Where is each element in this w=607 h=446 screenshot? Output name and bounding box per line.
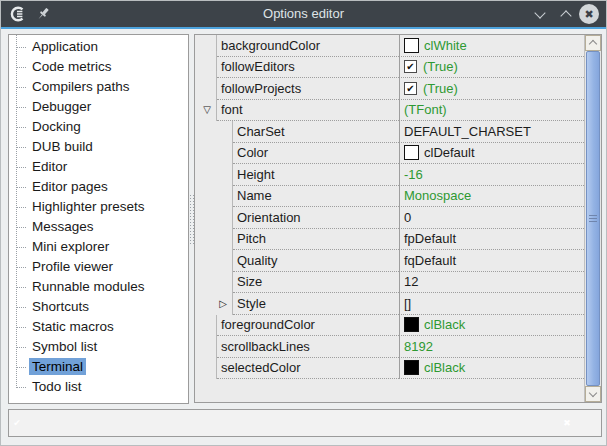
chevron-down-icon xyxy=(589,389,597,397)
sidebar-item[interactable]: Shortcuts xyxy=(9,297,188,317)
scroll-up-button[interactable] xyxy=(585,35,601,51)
sidebar-item-label: Messages xyxy=(29,218,97,235)
close-button[interactable]: ✖ xyxy=(579,4,599,24)
expand-gutter[interactable] xyxy=(195,272,233,294)
property-row[interactable]: Name Monospace xyxy=(195,186,584,208)
sidebar-item[interactable]: Code metrics xyxy=(9,57,188,77)
property-row[interactable]: Pitch fpDefault xyxy=(195,229,584,251)
property-value[interactable]: clDefault xyxy=(399,143,584,165)
property-value[interactable]: ✔ (True) xyxy=(399,78,584,100)
property-value[interactable]: (TFont) xyxy=(399,100,584,122)
sidebar-item[interactable]: Debugger xyxy=(9,97,188,117)
titlebar-accent-line xyxy=(1,27,606,29)
property-value[interactable]: clBlack xyxy=(399,358,584,380)
property-row[interactable]: CharSet DEFAULT_CHARSET xyxy=(195,121,584,143)
property-row[interactable]: backgroundColor clWhite xyxy=(195,35,584,57)
minimize-button[interactable] xyxy=(529,1,551,27)
sidebar-item[interactable]: Application xyxy=(9,37,188,57)
maximize-button[interactable] xyxy=(555,1,577,27)
accept-button[interactable]: ✔ xyxy=(9,415,25,431)
value-text: fpDefault xyxy=(404,231,456,246)
expand-gutter[interactable]: ▽ xyxy=(195,100,217,122)
expand-gutter[interactable] xyxy=(195,121,233,143)
expand-gutter[interactable] xyxy=(195,57,217,79)
expand-gutter[interactable]: ▷ xyxy=(195,293,233,315)
sidebar-item-label: DUB build xyxy=(29,138,96,155)
value-text: (TFont) xyxy=(404,102,447,117)
property-value[interactable]: Monospace xyxy=(399,186,584,208)
color-swatch xyxy=(404,317,419,332)
expand-gutter[interactable] xyxy=(195,186,233,208)
checkbox[interactable]: ✔ xyxy=(404,82,417,95)
sidebar-item[interactable]: DUB build xyxy=(9,137,188,157)
checkbox[interactable]: ✔ xyxy=(404,60,417,73)
property-value[interactable]: fpDefault xyxy=(399,229,584,251)
property-value[interactable]: [] xyxy=(399,293,584,315)
property-row[interactable]: Color clDefault xyxy=(195,143,584,165)
value-text: (True) xyxy=(423,81,458,96)
property-row[interactable]: Orientation 0 xyxy=(195,207,584,229)
sidebar-item[interactable]: Editor pages xyxy=(9,177,188,197)
property-row[interactable]: Quality fqDefault xyxy=(195,250,584,272)
vertical-scrollbar[interactable] xyxy=(584,35,601,402)
property-value[interactable]: 0 xyxy=(399,207,584,229)
sidebar-item[interactable]: Messages xyxy=(9,217,188,237)
property-value[interactable]: DEFAULT_CHARSET xyxy=(399,121,584,143)
value-text: clBlack xyxy=(424,360,465,375)
expand-gutter[interactable] xyxy=(195,207,233,229)
sidebar-item-label: Highlighter presets xyxy=(29,198,148,215)
sidebar-item[interactable]: Todo list xyxy=(9,377,188,397)
sidebar-item-selected[interactable]: Terminal xyxy=(9,357,188,377)
property-value[interactable]: ✔ (True) xyxy=(399,57,584,79)
property-value[interactable]: clBlack xyxy=(399,315,584,337)
property-row[interactable]: ▷ Style [] xyxy=(195,293,584,315)
expand-gutter[interactable] xyxy=(195,250,233,272)
property-row[interactable]: Size 12 xyxy=(195,272,584,294)
expand-gutter[interactable] xyxy=(195,315,217,337)
sidebar-item[interactable]: Highlighter presets xyxy=(9,197,188,217)
expand-gutter[interactable] xyxy=(195,358,217,380)
property-value[interactable]: 8192 xyxy=(399,336,584,358)
sidebar-item-label: Symbol list xyxy=(29,338,100,355)
expand-gutter[interactable] xyxy=(195,164,233,186)
sidebar-item[interactable]: Docking xyxy=(9,117,188,137)
property-value[interactable]: clWhite xyxy=(399,35,584,57)
chevron-up-icon xyxy=(560,10,571,21)
sidebar-item[interactable]: Editor xyxy=(9,157,188,177)
expand-gutter[interactable] xyxy=(195,336,217,358)
property-row[interactable]: Height -16 xyxy=(195,164,584,186)
sidebar-item[interactable]: Profile viewer xyxy=(9,257,188,277)
expand-gutter[interactable] xyxy=(195,78,217,100)
sidebar-item-label: Profile viewer xyxy=(29,258,116,275)
property-row[interactable]: selectedColor clBlack xyxy=(195,358,584,380)
sidebar-item[interactable]: Compilers paths xyxy=(9,77,188,97)
property-row[interactable]: ▽ font (TFont) xyxy=(195,100,584,122)
scrollbar-thumb[interactable] xyxy=(586,51,600,386)
sidebar-item-label: Mini explorer xyxy=(29,238,112,255)
property-name: followEditors xyxy=(217,57,399,79)
property-value[interactable]: 12 xyxy=(399,272,584,294)
sidebar-item[interactable]: Symbol list xyxy=(9,337,188,357)
property-row[interactable]: scrollbackLines 8192 xyxy=(195,336,584,358)
sidebar-item[interactable]: Static macros xyxy=(9,317,188,337)
property-name: foregroundColor xyxy=(217,315,399,337)
sidebar-item-label: Code metrics xyxy=(29,58,115,75)
sidebar-item[interactable]: Mini explorer xyxy=(9,237,188,257)
expand-gutter[interactable] xyxy=(195,229,233,251)
property-row[interactable]: followProjects ✔ (True) xyxy=(195,78,584,100)
sidebar-item-label: Editor xyxy=(29,158,70,175)
expand-gutter[interactable] xyxy=(195,35,217,57)
property-row[interactable]: foregroundColor clBlack xyxy=(195,315,584,337)
property-row[interactable]: followEditors ✔ (True) xyxy=(195,57,584,79)
cancel-button[interactable]: ✖ xyxy=(559,415,575,431)
property-name: Pitch xyxy=(233,229,399,251)
sidebar-item-label: Runnable modules xyxy=(29,278,148,295)
scroll-down-button[interactable] xyxy=(585,386,601,402)
property-value[interactable]: fqDefault xyxy=(399,250,584,272)
chevron-down-icon xyxy=(534,7,545,18)
expand-gutter[interactable] xyxy=(195,143,233,165)
property-value[interactable]: -16 xyxy=(399,164,584,186)
value-text: (True) xyxy=(423,59,458,74)
property-name: Size xyxy=(233,272,399,294)
sidebar-item[interactable]: Runnable modules xyxy=(9,277,188,297)
